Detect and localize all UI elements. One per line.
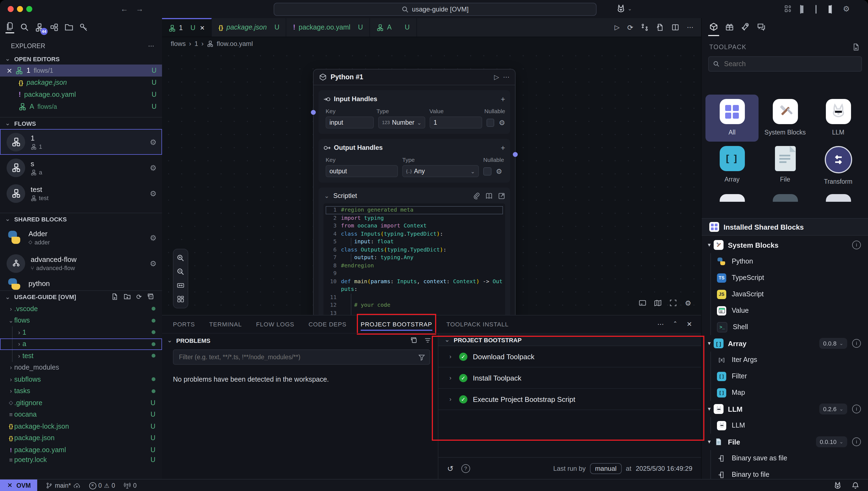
input-type-select[interactable]: 123 Number⌄ [378, 116, 426, 128]
nav-back-icon[interactable]: ← [120, 4, 128, 13]
nav-forward-icon[interactable]: → [136, 4, 143, 13]
block-group-array[interactable]: ▼ [ ] Array 0.0.8⌄ i [702, 335, 868, 352]
problems-filter-input[interactable] [178, 353, 418, 361]
flow-item[interactable]: s a ⚙ [0, 155, 162, 180]
toolpack-search[interactable] [708, 56, 862, 71]
input-value-field[interactable] [430, 116, 483, 128]
handle-gear-icon[interactable]: ⚙ [499, 118, 505, 126]
new-file-icon[interactable] [111, 293, 118, 300]
gift-tab-button[interactable] [725, 22, 734, 32]
flow-canvas[interactable]: Python #1 ▷ ⋯ Input Handles + Key Type V… [162, 49, 701, 315]
run-flow-button[interactable]: ▷ [615, 24, 620, 31]
output-port-dot[interactable] [513, 152, 518, 157]
open-editor-item[interactable]: {} package.json U [0, 77, 162, 89]
editor-tab[interactable]: {} package.json U [212, 18, 287, 37]
info-icon[interactable]: i [852, 405, 861, 413]
info-icon[interactable]: i [852, 339, 861, 348]
panel-close-icon[interactable]: ✕ [686, 320, 692, 328]
panel-tab-project-bootstrap[interactable]: PROJECT BOOTSTRAP [361, 318, 432, 331]
code-line[interactable]: 11 [326, 293, 503, 301]
code-line[interactable]: 1#region generated meta [326, 206, 503, 214]
toolpack-category-transform[interactable]: Transform [812, 142, 865, 191]
panel-tab-toolpack-install[interactable]: TOOLPACK INSTALL [446, 318, 509, 331]
customize-layout-button[interactable] [785, 5, 791, 12]
gear-icon[interactable]: ⚙ [150, 233, 157, 242]
handle-gear-icon[interactable]: ⚙ [496, 167, 502, 175]
output-type-select[interactable]: {..} Any⌄ [402, 165, 479, 177]
minimap-icon[interactable] [654, 299, 662, 307]
shared-block-item[interactable]: python [0, 276, 162, 290]
open-editors-header[interactable]: ⌄ OPEN EDITORS [0, 53, 162, 64]
add-output-handle-button[interactable]: + [501, 143, 505, 152]
block-item-shell[interactable]: >_ Shell [702, 319, 868, 335]
command-center-search[interactable]: usage-guide [OVM] [274, 3, 597, 16]
new-toolpack-icon[interactable] [852, 43, 860, 51]
compare-runs-icon[interactable] [641, 24, 649, 31]
panel-more-icon[interactable]: ⋯ [657, 320, 664, 328]
run-node-icon[interactable]: ▷ [494, 73, 499, 81]
collapse-all-icon[interactable] [410, 337, 417, 344]
code-line[interactable]: 7 output: typing.Any [326, 254, 503, 262]
panel-tab-ports[interactable]: PORTS [173, 318, 195, 331]
tree-item[interactable]: ›subflows [0, 373, 162, 385]
shared-block-item[interactable]: advanced-flow ⑂advanced-flow ⚙ [0, 251, 162, 276]
new-folder-icon[interactable] [124, 293, 131, 300]
block-item-iter-args[interactable]: [x] Iter Args [702, 352, 868, 368]
code-line[interactable]: 6class Outputs(typing.TypedDict): [326, 246, 503, 254]
code-line[interactable]: 4class Inputs(typing.TypedDict): [326, 230, 503, 238]
panel-tab-code-deps[interactable]: CODE DEPS [308, 318, 347, 331]
nullable-checkbox[interactable] [483, 167, 491, 175]
breadcrumb[interactable]: flows› 1› flow.oo.yaml [162, 37, 701, 50]
output-key-field[interactable] [326, 165, 398, 177]
docs-book-icon[interactable] [485, 192, 493, 199]
collapse-all-icon[interactable] [147, 293, 154, 300]
fullscreen-icon[interactable] [670, 299, 677, 307]
breadcrumb-item[interactable]: flows [171, 40, 186, 47]
canvas-settings-icon[interactable]: ⚙ [685, 299, 691, 307]
code-line[interactable]: 13 [326, 309, 503, 315]
input-key-field[interactable] [326, 116, 374, 128]
remote-indicator[interactable]: OVM [0, 480, 37, 491]
tree-item[interactable]: ≡poetry.lockU [0, 456, 162, 463]
panel-tab-flow-logs[interactable]: FLOW LOGS [256, 318, 294, 331]
filter-list-icon[interactable] [424, 337, 431, 344]
code-line[interactable]: 10def main(params: Inputs, context: Cont… [326, 278, 503, 293]
breadcrumb-item[interactable]: 1 [195, 40, 198, 47]
close-icon[interactable]: ✕ [6, 66, 12, 75]
toolpack-category-all[interactable]: All [705, 94, 759, 142]
more-actions-icon[interactable]: ⋯ [687, 24, 694, 31]
bootstrap-step[interactable]: › ✓ Download Toolpack [438, 346, 701, 368]
flow-item[interactable]: 1 1 ⚙ [0, 129, 162, 155]
problems-summary[interactable]: ✕ 0 ⚠ 0 [89, 482, 115, 489]
panel-tab-terminal[interactable]: TERMINAL [209, 318, 242, 331]
open-editor-item[interactable]: A flows/a U [0, 100, 162, 113]
split-editor-icon[interactable] [672, 24, 679, 31]
zoom-out-icon[interactable] [177, 268, 185, 276]
block-item-llm[interactable]: LLM [702, 417, 868, 434]
block-item-filter[interactable]: [ ] Filter [702, 368, 868, 384]
tree-item[interactable]: ›1 [0, 326, 162, 338]
editor-tab-active[interactable]: 1 U ✕ [162, 18, 212, 37]
toolpack-category-array[interactable]: [ ] Array [705, 142, 759, 191]
tree-item[interactable]: ›test [0, 350, 162, 362]
close-window-button[interactable] [8, 6, 14, 12]
mascot-menu[interactable] [616, 4, 626, 14]
rerun-bootstrap-icon[interactable]: ↺ [447, 464, 454, 473]
editor-tab[interactable]: A U [370, 18, 417, 37]
activity-keys-button[interactable] [79, 23, 88, 32]
version-select[interactable]: 0.0.8⌄ [819, 338, 847, 349]
tree-item[interactable]: ⬦.gitignoreU [0, 397, 162, 409]
block-item-binary-save[interactable]: Binary save as file [702, 450, 868, 466]
bootstrap-step[interactable]: › ✓ Execute Project Bootstrap Script [438, 389, 701, 410]
toolpack-category-file[interactable]: File [759, 142, 812, 191]
flow-item[interactable]: test test ⚙ [0, 180, 162, 206]
chat-tab-button[interactable] [757, 22, 766, 32]
block-item-map[interactable]: [ ] Map [702, 384, 868, 401]
open-editor-item[interactable]: ✕ 1 flows/1 U [0, 64, 162, 77]
code-line[interactable]: 12 # your code [326, 301, 503, 309]
activity-explorer-button[interactable] [5, 22, 14, 33]
input-port-dot[interactable] [311, 110, 316, 115]
console-icon[interactable] [639, 299, 647, 307]
toggle-left-panel-button[interactable] [800, 5, 801, 14]
flows-section-header[interactable]: ⌄ FLOWS [0, 117, 162, 129]
